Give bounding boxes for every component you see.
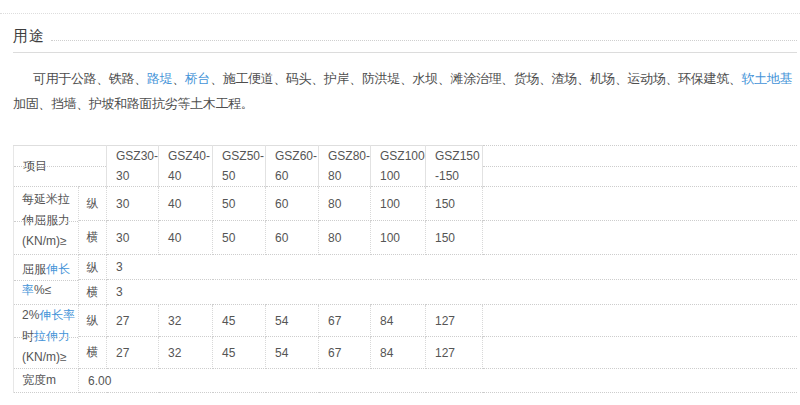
table-cell: 6.00 bbox=[79, 369, 798, 393]
axis-label: 横 bbox=[79, 337, 107, 369]
axis-label: 纵 bbox=[79, 255, 107, 280]
table-cell: 3 bbox=[107, 280, 798, 305]
table-cell: 100 bbox=[371, 187, 426, 221]
table-cell: 50 bbox=[213, 221, 266, 255]
table-cell: 32 bbox=[159, 337, 213, 369]
top-divider bbox=[0, 13, 800, 14]
page: 用途 可用于公路、铁路、路堤、桥台、施工便道、码头、护岸、防洪堤、水坝、滩涂治理… bbox=[0, 0, 800, 405]
intro-paragraph: 可用于公路、铁路、路堤、桥台、施工便道、码头、护岸、防洪堤、水坝、滩涂治理、货场… bbox=[13, 66, 797, 116]
col-header-item: 项目 bbox=[14, 146, 107, 187]
table-row-width: 宽度m 6.00 bbox=[14, 369, 798, 393]
table-cell-empty bbox=[483, 337, 798, 369]
table-row-2pct-transverse: 横 27 32 45 54 67 84 127 bbox=[14, 337, 798, 369]
table-cell: 80 bbox=[319, 221, 371, 255]
link-qiaotai[interactable]: 桥台 bbox=[185, 71, 210, 86]
section-divider bbox=[13, 52, 797, 53]
table-cell-empty bbox=[483, 187, 798, 221]
table-cell: 67 bbox=[319, 337, 371, 369]
col-header-empty bbox=[483, 146, 798, 187]
section-header: 用途 bbox=[13, 0, 797, 44]
col-header-gsz40: GSZ40-40 bbox=[159, 146, 213, 187]
table-cell: 84 bbox=[371, 337, 426, 369]
axis-label: 横 bbox=[79, 280, 107, 305]
link-lashenli[interactable]: 拉伸力 bbox=[34, 329, 70, 343]
col-header-gsz30: GSZ30-30 bbox=[107, 146, 159, 187]
table-cell: 40 bbox=[159, 221, 213, 255]
table-cell: 60 bbox=[266, 187, 319, 221]
col-header-gsz100: GSZ100-100 bbox=[371, 146, 426, 187]
row-label-width: 宽度m bbox=[14, 369, 79, 393]
table-cell: 3 bbox=[107, 255, 798, 280]
table-cell: 32 bbox=[159, 305, 213, 337]
table-cell: 84 bbox=[371, 305, 426, 337]
table-cell: 150 bbox=[426, 187, 483, 221]
table-row-elongation-longitudinal: 屈服伸长 率%≤ 纵 3 bbox=[14, 255, 798, 280]
col-header-gsz60: GSZ60-60 bbox=[266, 146, 319, 187]
col-header-gsz50: GSZ50-50 bbox=[213, 146, 266, 187]
link-ludi[interactable]: 路堤 bbox=[147, 71, 172, 86]
table-row-2pct-longitudinal: 2%伸长率 时拉伸力 (KN/m)≥ 纵 27 32 45 54 67 84 1… bbox=[14, 305, 798, 337]
intro-text: 、施工便道、码头、护岸、防洪堤、水坝、滩涂治理、货场、渣场、机场、运动场、环保建… bbox=[210, 71, 741, 86]
table-cell: 150 bbox=[426, 221, 483, 255]
table-cell: 45 bbox=[213, 337, 266, 369]
row-label-yield-elongation: 屈服伸长 率%≤ bbox=[14, 255, 79, 305]
table-cell: 54 bbox=[266, 337, 319, 369]
table-cell: 80 bbox=[319, 187, 371, 221]
spec-table: 项目 GSZ30-30 GSZ40-40 GSZ50-50 GSZ60-60 G… bbox=[13, 145, 797, 393]
link-shenchanglv[interactable]: 伸长率 bbox=[39, 308, 75, 322]
table-cell: 127 bbox=[426, 337, 483, 369]
page-title: 用途 bbox=[13, 27, 45, 44]
table-cell: 45 bbox=[213, 305, 266, 337]
row-label-2pct-tensile: 2%伸长率 时拉伸力 (KN/m)≥ bbox=[14, 305, 79, 369]
intro-text: 加固、挡墙、护坡和路面抗劣等土木工程。 bbox=[13, 96, 253, 111]
table-cell: 100 bbox=[371, 221, 426, 255]
table-cell: 27 bbox=[107, 337, 159, 369]
link-ruantudiji[interactable]: 软土地基 bbox=[741, 71, 792, 86]
intro-text: 、 bbox=[172, 71, 185, 86]
table-cell: 54 bbox=[266, 305, 319, 337]
table-row-yield-transverse: 横 30 40 50 60 80 100 150 bbox=[14, 221, 798, 255]
table-row-elongation-transverse: 横 3 bbox=[14, 280, 798, 305]
table-cell: 40 bbox=[159, 187, 213, 221]
col-header-gsz150: GSZ150-150 bbox=[426, 146, 483, 187]
table-cell: 30 bbox=[107, 187, 159, 221]
table-cell: 27 bbox=[107, 305, 159, 337]
link-lv[interactable]: 率 bbox=[22, 283, 34, 297]
axis-label: 纵 bbox=[79, 187, 107, 221]
table-row-yield-longitudinal: 每延米拉 伸屈服力 (KN/m)≥ 纵 30 40 50 60 80 100 1… bbox=[14, 187, 798, 221]
table-cell: 30 bbox=[107, 221, 159, 255]
dotted-leader bbox=[51, 40, 797, 41]
table-cell: 67 bbox=[319, 305, 371, 337]
table-cell: 127 bbox=[426, 305, 483, 337]
table-cell-empty bbox=[483, 221, 798, 255]
table-cell-empty bbox=[483, 305, 798, 337]
table-header-row: 项目 GSZ30-30 GSZ40-40 GSZ50-50 GSZ60-60 G… bbox=[14, 146, 798, 187]
col-header-gsz80: GSZ80-80 bbox=[319, 146, 371, 187]
axis-label: 纵 bbox=[79, 305, 107, 337]
table-cell: 50 bbox=[213, 187, 266, 221]
axis-label: 横 bbox=[79, 221, 107, 255]
link-shenchang[interactable]: 伸长 bbox=[46, 262, 70, 276]
table-cell: 60 bbox=[266, 221, 319, 255]
row-label-yield-force: 每延米拉 伸屈服力 (KN/m)≥ bbox=[14, 187, 79, 255]
intro-text: 可用于公路、铁路、 bbox=[33, 71, 147, 86]
